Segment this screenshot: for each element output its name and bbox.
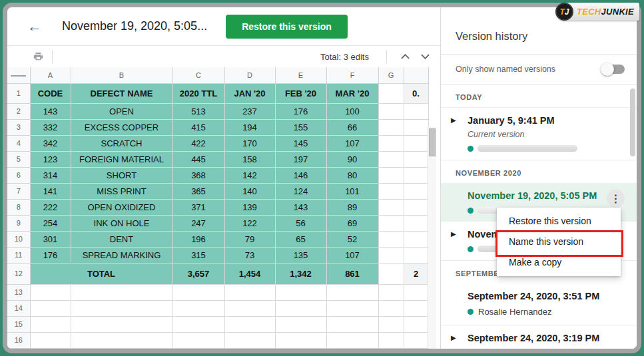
cell[interactable] xyxy=(30,316,71,332)
print-icon[interactable] xyxy=(33,51,44,62)
cell[interactable] xyxy=(404,119,428,135)
row-header[interactable]: 16 xyxy=(7,332,30,348)
version-entry[interactable]: ▶January 5, 9:41 PMCurrent version xyxy=(441,108,637,160)
cell[interactable]: 365 xyxy=(172,183,224,199)
cell[interactable] xyxy=(378,119,404,135)
cell[interactable] xyxy=(404,199,428,215)
cell[interactable]: 342 xyxy=(30,135,71,151)
cell[interactable]: CODE xyxy=(30,83,71,103)
cell[interactable]: 222 xyxy=(30,199,71,215)
cell[interactable]: 861 xyxy=(326,263,378,284)
row-header[interactable]: 15 xyxy=(7,316,30,332)
cell[interactable]: 422 xyxy=(172,135,224,151)
cell[interactable]: 0. xyxy=(404,83,428,103)
select-all-corner[interactable] xyxy=(7,67,30,83)
chevron-down-icon[interactable] xyxy=(415,48,435,65)
cell[interactable] xyxy=(378,231,404,247)
cell[interactable]: 1,454 xyxy=(224,263,275,284)
cell[interactable]: 139 xyxy=(224,199,275,215)
cell[interactable] xyxy=(404,332,428,348)
expand-arrow-icon[interactable]: ▶ xyxy=(451,334,456,341)
cell[interactable]: 3,657 xyxy=(172,263,224,284)
cell[interactable] xyxy=(378,83,404,103)
cell[interactable]: 89 xyxy=(326,199,378,215)
named-versions-toggle[interactable] xyxy=(602,65,625,74)
cell[interactable] xyxy=(71,300,172,316)
menu-item-make-copy[interactable]: Make a copy xyxy=(497,252,621,273)
cell[interactable]: JAN '20 xyxy=(224,83,275,103)
cell[interactable]: 101 xyxy=(326,183,378,199)
cell[interactable] xyxy=(275,284,326,300)
menu-item-name-version[interactable]: Name this version xyxy=(497,232,621,252)
cell[interactable]: OPEN OXIDIZED xyxy=(71,199,172,215)
column-header[interactable] xyxy=(404,67,428,83)
cell[interactable]: 56 xyxy=(275,215,326,231)
cell[interactable]: 196 xyxy=(172,231,224,247)
cell[interactable]: FOREIGN MATERIAL xyxy=(71,151,172,167)
row-header[interactable]: 13 xyxy=(7,284,30,300)
version-entry[interactable]: September 24, 2020, 3:51 PMRosalie Herna… xyxy=(441,283,637,325)
panel-scrollbar-thumb[interactable] xyxy=(630,89,635,156)
menu-item-restore[interactable]: Restore this version xyxy=(497,211,621,232)
cell[interactable] xyxy=(378,263,404,284)
cell[interactable]: 237 xyxy=(224,103,275,119)
cell[interactable] xyxy=(326,316,378,332)
cell[interactable] xyxy=(378,103,404,119)
cell[interactable]: 158 xyxy=(224,151,275,167)
row-header[interactable]: 4 xyxy=(7,135,30,151)
cell[interactable] xyxy=(404,300,428,316)
cell[interactable]: 315 xyxy=(172,247,224,263)
cell[interactable] xyxy=(224,300,275,316)
cell[interactable]: 176 xyxy=(30,247,71,263)
cell[interactable]: 254 xyxy=(30,215,71,231)
column-header[interactable]: F xyxy=(326,67,378,83)
cell[interactable]: 415 xyxy=(172,119,224,135)
cell[interactable]: 194 xyxy=(224,119,275,135)
cell[interactable]: 170 xyxy=(224,135,275,151)
cell[interactable]: 145 xyxy=(275,135,326,151)
cell[interactable] xyxy=(326,332,378,348)
cell[interactable] xyxy=(326,300,378,316)
cell[interactable]: DENT xyxy=(71,231,172,247)
cell[interactable] xyxy=(378,215,404,231)
cell[interactable] xyxy=(224,316,275,332)
row-header[interactable]: 10 xyxy=(7,231,30,247)
cell[interactable] xyxy=(30,332,71,348)
column-header[interactable]: A xyxy=(30,67,71,83)
cell[interactable]: 79 xyxy=(224,231,275,247)
row-header[interactable]: 3 xyxy=(7,119,30,135)
cell[interactable]: 69 xyxy=(326,215,378,231)
cell[interactable] xyxy=(378,199,404,215)
cell[interactable] xyxy=(172,316,224,332)
cell[interactable]: 445 xyxy=(172,151,224,167)
cell[interactable]: 146 xyxy=(275,167,326,183)
cell[interactable]: DEFECT NAME xyxy=(71,83,172,103)
cell[interactable]: 107 xyxy=(326,247,378,263)
cell[interactable] xyxy=(404,135,428,151)
chevron-up-icon[interactable] xyxy=(395,48,415,65)
cell[interactable]: 301 xyxy=(30,231,71,247)
cell[interactable] xyxy=(172,332,224,348)
cell[interactable]: EXCESS COPPER xyxy=(71,119,172,135)
cell[interactable] xyxy=(404,183,428,199)
row-header[interactable]: 6 xyxy=(7,167,30,183)
column-header[interactable]: G xyxy=(378,67,404,83)
cell[interactable] xyxy=(404,215,428,231)
row-header[interactable]: 5 xyxy=(7,151,30,167)
row-header[interactable]: 11 xyxy=(7,247,30,263)
version-entry[interactable]: ▶September 24, 2020, 3:19 PM xyxy=(441,325,637,349)
cell[interactable]: 197 xyxy=(275,151,326,167)
cell[interactable]: 1,342 xyxy=(275,263,326,284)
cell[interactable] xyxy=(224,332,275,348)
cell[interactable] xyxy=(378,300,404,316)
restore-version-button[interactable]: Restore this version xyxy=(226,15,348,39)
cell[interactable] xyxy=(71,332,172,348)
row-header[interactable]: 9 xyxy=(7,215,30,231)
cell[interactable] xyxy=(275,300,326,316)
cell[interactable]: 80 xyxy=(326,167,378,183)
cell[interactable]: SHORT xyxy=(71,167,172,183)
cell[interactable]: 52 xyxy=(326,231,378,247)
cell[interactable]: 143 xyxy=(275,199,326,215)
cell[interactable] xyxy=(404,284,428,300)
cell[interactable]: 65 xyxy=(275,231,326,247)
